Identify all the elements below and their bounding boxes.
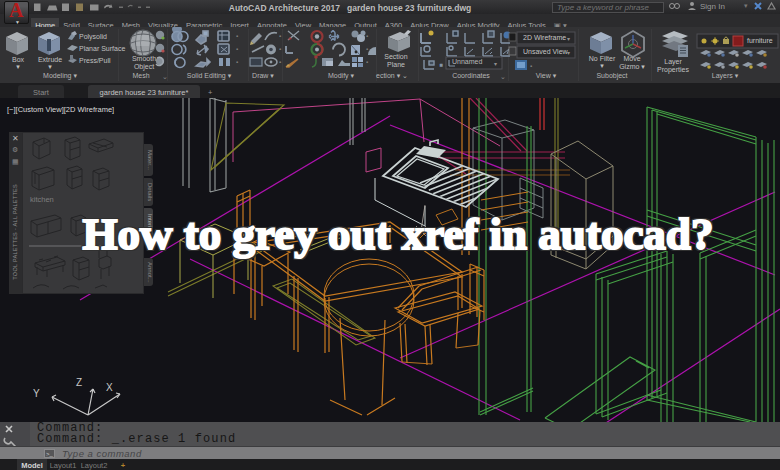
- svg-text:Sign In: Sign In: [700, 2, 725, 11]
- svg-text:▪: ▪: [530, 63, 532, 69]
- svg-text:▪: ▪: [366, 46, 368, 52]
- svg-text:▪: ▪: [236, 46, 238, 52]
- svg-text:▪: ▪: [236, 59, 238, 65]
- svg-text:▪: ▪: [279, 46, 281, 52]
- svg-text:▪: ▪: [366, 33, 368, 39]
- svg-text:▪: ▪: [279, 33, 281, 39]
- svg-text:▾: ▾: [744, 2, 748, 9]
- svg-text:Y: Y: [33, 388, 40, 399]
- svg-text:▪: ▪: [440, 62, 442, 68]
- svg-text:▪: ▪: [366, 59, 368, 65]
- svg-text:X: X: [106, 382, 113, 393]
- svg-text:Z: Z: [76, 377, 82, 388]
- svg-text:▪: ▪: [236, 33, 238, 39]
- svg-text:▪: ▪: [279, 59, 281, 65]
